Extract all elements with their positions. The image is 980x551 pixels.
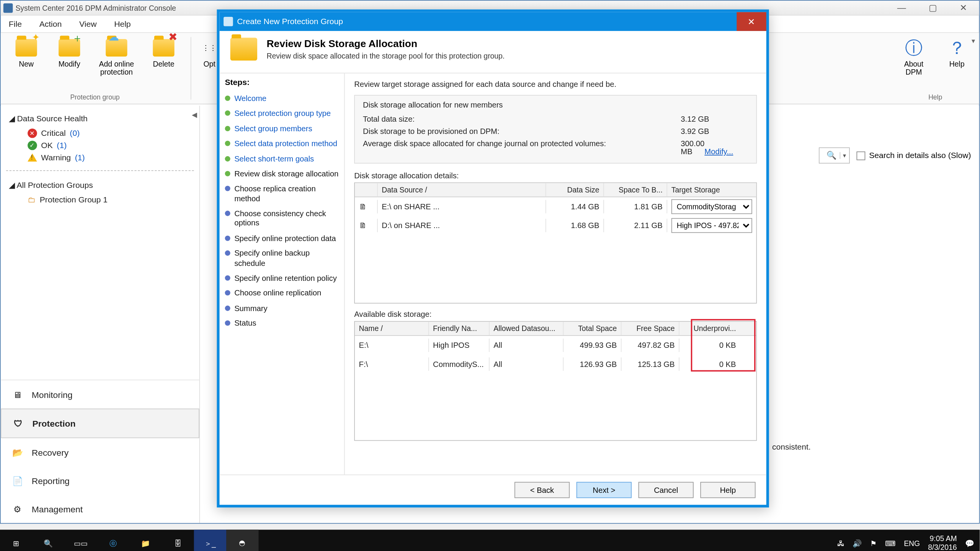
window-minimize-button[interactable]: — — [886, 0, 917, 15]
tray-time: 9:05 AM — [928, 535, 957, 543]
tree-warning[interactable]: Warning (1) — [13, 152, 194, 164]
nav-reporting[interactable]: 📄 Reporting — [1, 466, 199, 495]
tree-critical[interactable]: ✕ Critical (0) — [13, 127, 194, 139]
taskbar-powershell-icon[interactable]: ＞_ — [194, 530, 226, 551]
wizard-step-4[interactable]: Select short-term goals — [225, 151, 339, 166]
step-label: Select short-term goals — [234, 154, 314, 163]
alloc-col-datasource[interactable]: Data Source / — [378, 183, 546, 196]
step-bullet-icon — [225, 235, 230, 241]
wizard-step-1[interactable]: Select protection group type — [225, 106, 339, 121]
start-button[interactable]: ⊞ — [0, 530, 32, 551]
tray-date: 8/3/2016 — [928, 543, 957, 551]
alloc-row[interactable]: 🗎E:\ on SHARE ...1.44 GB1.81 GBCommodity… — [355, 197, 756, 216]
ribbon-new-button[interactable]: ✦ New — [6, 36, 47, 77]
group-icon: 🗀 — [28, 195, 36, 205]
tray-security-icon[interactable]: ⚑ — [870, 539, 877, 548]
step-label: Select protection group type — [234, 109, 331, 118]
avail-row-total: 126.93 GB — [564, 357, 621, 371]
menu-file[interactable]: File — [6, 18, 24, 30]
wizard-step-5[interactable]: Review disk storage allocation — [225, 166, 339, 181]
window-maximize-button[interactable]: ▢ — [917, 0, 948, 15]
alloc-col-icon[interactable] — [355, 183, 378, 196]
dialog-close-button[interactable]: ✕ — [737, 12, 766, 31]
content-intro: Review target storage assigned for each … — [354, 80, 757, 88]
tray-language[interactable]: ENG — [904, 539, 920, 547]
search-dropdown-icon[interactable]: ▾ — [840, 152, 849, 159]
dialog-header-title: Review Disk Storage Allocation — [267, 38, 505, 49]
alloc-col-target[interactable]: Target Storage — [667, 183, 756, 196]
next-button[interactable]: Next > — [577, 482, 632, 498]
dialog-help-button[interactable]: Help — [700, 482, 755, 498]
taskbar-search-button[interactable]: 🔍 — [32, 530, 64, 551]
taskbar-explorer-icon[interactable]: 📁 — [129, 530, 162, 551]
nav-management[interactable]: ⚙ Management — [1, 495, 199, 523]
tree-warning-label: Warning — [41, 153, 71, 162]
error-icon: ✕ — [28, 129, 37, 138]
alloc-col-size[interactable]: Data Size — [546, 183, 604, 196]
step-bullet-icon — [225, 126, 230, 131]
step-label: Welcome — [234, 94, 266, 103]
back-button[interactable]: < Back — [514, 482, 570, 498]
help-icon: ？ — [946, 37, 967, 59]
taskbar-ie-icon[interactable]: ⓔ — [97, 530, 129, 551]
nav-management-label: Management — [32, 504, 83, 514]
ribbon-help-button[interactable]: ？ Help — [937, 36, 977, 77]
nav-recovery[interactable]: 📂 Recovery — [1, 438, 199, 466]
step-bullet-icon — [225, 141, 230, 146]
nav-monitoring[interactable]: 🖥 Monitoring — [1, 380, 199, 409]
avail-row[interactable]: E:\High IPOSAll499.93 GB497.82 GB0 KB — [355, 336, 756, 355]
info-icon: ⓘ — [903, 37, 924, 59]
nav-protection[interactable]: 🛡 Protection — [1, 409, 199, 438]
taskbar-dpm-icon[interactable]: ◓ — [226, 530, 258, 551]
avail-col-name[interactable]: Name / — [355, 322, 429, 335]
wizard-step-3[interactable]: Select data protection method — [225, 136, 339, 151]
search-slow-checkbox[interactable]: Search in details also (Slow) — [856, 151, 971, 160]
wizard-step-2[interactable]: Select group members — [225, 121, 339, 136]
tray-clock[interactable]: 9:05 AM 8/3/2016 — [928, 535, 957, 551]
tray-keyboard-icon[interactable]: ⌨ — [885, 539, 896, 548]
tray-volume-icon[interactable]: 🔊 — [853, 539, 862, 548]
task-view-button[interactable]: ▭▭ — [65, 530, 97, 551]
alloc-row-space: 1.81 GB — [604, 200, 667, 213]
tray-network-icon[interactable]: 🖧 — [837, 539, 844, 547]
target-storage-select[interactable]: High IPOS - 497.82 — [671, 218, 752, 233]
ribbon-about-button[interactable]: ⓘ About DPM — [893, 36, 934, 77]
avail-col-free[interactable]: Free Space — [622, 322, 679, 335]
alloc-row[interactable]: 🗎D:\ on SHARE ...1.68 GB2.11 GBHigh IPOS… — [355, 216, 756, 235]
avail-col-allowed[interactable]: Allowed Datasou... — [490, 322, 564, 335]
cancel-button[interactable]: Cancel — [639, 482, 694, 498]
tree-ok-count: (1) — [57, 141, 67, 150]
pane-collapse-icon[interactable]: ◀ — [192, 111, 197, 118]
ribbon-modify-button[interactable]: ＋ Modify — [49, 36, 90, 77]
avail-row-allowed: All — [490, 357, 564, 371]
menu-action[interactable]: Action — [37, 18, 65, 30]
tree-ok[interactable]: ✓ OK (1) — [13, 139, 194, 152]
search-slow-label: Search in details also (Slow) — [869, 151, 971, 160]
volume-icon: 🗎 — [355, 219, 378, 232]
ribbon-collapse-caret-icon[interactable]: ▾ — [972, 37, 975, 44]
target-storage-select[interactable]: CommodityStorag — [671, 199, 752, 214]
tree-groups-header[interactable]: ◢ All Protection Groups — [6, 178, 194, 194]
avail-col-total[interactable]: Total Space — [564, 322, 621, 335]
total-size-label: Total data size: — [363, 115, 415, 123]
checkbox-icon — [856, 151, 865, 160]
step-label: Choose replica creation method — [234, 184, 339, 204]
tray-notifications-icon[interactable]: 💬 — [965, 539, 975, 548]
search-input[interactable]: 🔍 ▾ — [818, 147, 849, 163]
tree-health-header[interactable]: ◢ Data Source Health — [6, 111, 194, 127]
taskbar-server-manager-icon[interactable]: 🗄 — [162, 530, 194, 551]
modify-link[interactable]: Modify... — [704, 147, 733, 155]
menu-view[interactable]: View — [77, 18, 99, 30]
ribbon-delete-button[interactable]: ✖ Delete — [144, 36, 184, 77]
tree-group-1[interactable]: 🗀 Protection Group 1 — [13, 194, 194, 206]
avail-col-under[interactable]: Underprovi... — [679, 322, 740, 335]
avail-row[interactable]: F:\CommodityS...All126.93 GB125.13 GB0 K… — [355, 355, 756, 373]
shield-icon: 🛡 — [11, 416, 26, 431]
avail-col-friendly[interactable]: Friendly Na... — [429, 322, 489, 335]
wizard-step-0[interactable]: Welcome — [225, 91, 339, 106]
menu-help[interactable]: Help — [111, 18, 133, 30]
alloc-col-space[interactable]: Space To B... — [604, 183, 667, 196]
ribbon-add-online-button[interactable]: ☁ Add online protection — [92, 36, 141, 77]
window-close-button[interactable]: ✕ — [948, 0, 979, 15]
step-label: Summary — [234, 303, 268, 313]
